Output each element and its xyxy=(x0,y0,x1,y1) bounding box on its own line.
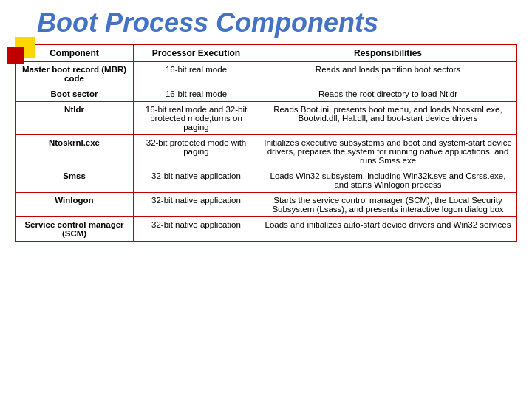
col-header-responsibilities: Responsibilities xyxy=(259,45,517,62)
cell-component: Master boot record (MBR) code xyxy=(16,62,134,86)
cell-processor: 16-bit real mode xyxy=(134,86,259,102)
red-square xyxy=(7,47,24,64)
cell-component: Ntldr xyxy=(16,102,134,135)
cell-processor: 32-bit protected mode with paging xyxy=(134,135,259,168)
page: Boot Process Components Component Proces… xyxy=(0,0,532,399)
cell-processor: 32-bit native application xyxy=(134,217,259,242)
cell-component: Ntoskrnl.exe xyxy=(16,135,134,168)
cell-component: Winlogon xyxy=(16,193,134,217)
cell-responsibilities: Reads the root directory to load Ntldr xyxy=(259,86,517,102)
table-row: Service control manager (SCM)32-bit nati… xyxy=(16,217,517,242)
cell-responsibilities: Reads Boot.ini, presents boot menu, and … xyxy=(259,102,517,135)
cell-component: Smss xyxy=(16,168,134,193)
cell-responsibilities: Loads Win32 subsystem, including Win32k.… xyxy=(259,168,517,193)
table-row: Winlogon32-bit native applicationStarts … xyxy=(16,193,517,217)
page-title: Boot Process Components xyxy=(15,7,517,38)
cell-processor: 32-bit native application xyxy=(134,168,259,193)
cell-responsibilities: Reads and loads partition boot sectors xyxy=(259,62,517,86)
cell-processor: 16-bit real mode and 32-bit protected mo… xyxy=(134,102,259,135)
cell-responsibilities: Initializes executive subsystems and boo… xyxy=(259,135,517,168)
table-row: Master boot record (MBR) code16-bit real… xyxy=(16,62,517,86)
table-row: Ntoskrnl.exe32-bit protected mode with p… xyxy=(16,135,517,168)
boot-process-table: Component Processor Execution Responsibi… xyxy=(15,44,517,242)
col-header-processor: Processor Execution xyxy=(134,45,259,62)
table-row: Smss32-bit native applicationLoads Win32… xyxy=(16,168,517,193)
cell-responsibilities: Loads and initializes auto-start device … xyxy=(259,217,517,242)
cell-processor: 32-bit native application xyxy=(134,193,259,217)
cell-component: Service control manager (SCM) xyxy=(16,217,134,242)
table-row: Ntldr16-bit real mode and 32-bit protect… xyxy=(16,102,517,135)
cell-responsibilities: Starts the service control manager (SCM)… xyxy=(259,193,517,217)
cell-processor: 16-bit real mode xyxy=(134,62,259,86)
table-row: Boot sector16-bit real modeReads the roo… xyxy=(16,86,517,102)
cell-component: Boot sector xyxy=(16,86,134,102)
